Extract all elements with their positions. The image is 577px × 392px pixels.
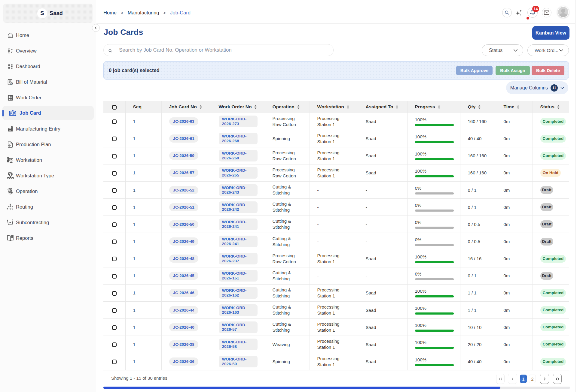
svg-text:$: $ [11,82,12,85]
